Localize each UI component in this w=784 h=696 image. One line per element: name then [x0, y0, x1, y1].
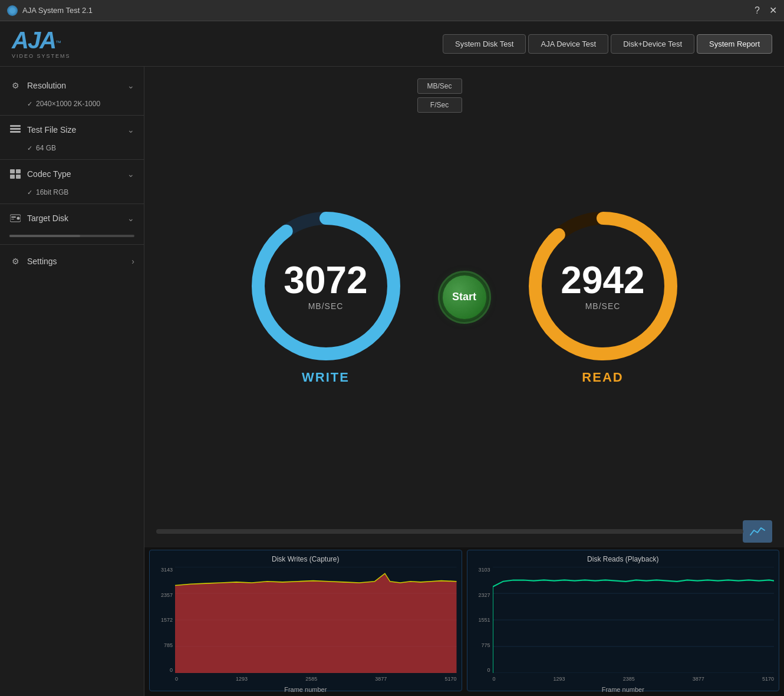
- start-button-inner[interactable]: Start: [443, 275, 486, 319]
- write-value: 3072: [284, 261, 367, 299]
- divider-4: [0, 244, 144, 245]
- read-chart-plot: [493, 567, 775, 673]
- svg-rect-0: [10, 125, 21, 127]
- aja-logo-text: AJA: [12, 27, 55, 53]
- start-button-text: Start: [452, 291, 476, 303]
- write-gauge-container: 3072 MB/SEC WRITE: [249, 209, 403, 385]
- sidebar-item-codectype[interactable]: Codec Type ⌄: [0, 162, 144, 186]
- targetdisk-label: Target Disk: [27, 214, 68, 223]
- svg-rect-5: [10, 175, 15, 179]
- start-button-outer[interactable]: Start: [438, 271, 491, 324]
- read-value: 2942: [561, 261, 644, 299]
- help-button[interactable]: ?: [755, 5, 760, 16]
- write-chart-container: Disk Writes (Capture) 3143 2357 1572 785…: [149, 550, 462, 691]
- title-bar-left: AJA System Test 2.1: [7, 5, 93, 16]
- resolution-icon: ⚙: [9, 80, 21, 91]
- start-button-container: Start: [438, 271, 491, 324]
- read-x-axis: 0 1293 2385 3877 5170: [493, 673, 775, 685]
- write-chart-plot: [175, 567, 457, 673]
- app-icon: [7, 5, 18, 16]
- codectype-sub: ✓ 16bit RGB: [0, 186, 144, 201]
- write-x-title: Frame number: [154, 686, 457, 693]
- write-y-axis: 3143 2357 1572 785 0: [154, 567, 175, 673]
- read-chart-svg-container: 3103 2327 1551 775 0: [472, 567, 775, 685]
- aja-logo-tm: ™: [55, 40, 61, 46]
- codectype-label: Codec Type: [27, 169, 71, 179]
- resolution-sub: ✓ 2040×1000 2K-1000: [0, 97, 144, 113]
- resolution-chevron: ⌄: [127, 81, 134, 90]
- resolution-label: Resolution: [27, 81, 66, 90]
- aja-logo-sub: VIDEO SYSTEMS: [12, 53, 71, 59]
- divider-1: [0, 115, 144, 116]
- nav-aja-device-test[interactable]: AJA Device Test: [528, 34, 608, 54]
- app-container: AJA™ VIDEO SYSTEMS System Disk Test AJA …: [0, 21, 784, 696]
- svg-rect-6: [16, 175, 21, 179]
- sidebar-item-targetdisk[interactable]: Target Disk ⌄: [0, 206, 144, 230]
- sidebar-item-settings[interactable]: ⚙ Settings ›: [0, 249, 144, 273]
- settings-label: Settings: [27, 257, 57, 266]
- content-area: ⚙ Resolution ⌄ ✓ 2040×1000 2K-1000: [0, 67, 784, 696]
- fsec-button[interactable]: F/Sec: [417, 97, 462, 113]
- svg-rect-3: [10, 169, 15, 173]
- write-unit: MB/SEC: [284, 301, 367, 311]
- nav-system-report[interactable]: System Report: [697, 34, 772, 54]
- write-gauge-inner: 3072 MB/SEC: [284, 261, 367, 311]
- settings-chevron: ›: [131, 257, 134, 266]
- read-gauge-inner: 2942 MB/SEC: [561, 261, 644, 311]
- svg-marker-20: [175, 573, 457, 673]
- chart-scroll-bar[interactable]: [156, 529, 743, 534]
- settings-icon: ⚙: [9, 255, 21, 267]
- read-gauge: 2942 MB/SEC: [526, 209, 680, 363]
- read-x-title: Frame number: [472, 686, 775, 693]
- svg-rect-1: [10, 128, 21, 130]
- app-header: AJA™ VIDEO SYSTEMS System Disk Test AJA …: [0, 21, 784, 67]
- svg-rect-10: [11, 219, 14, 219]
- write-label: WRITE: [302, 370, 350, 385]
- write-gauge: 3072 MB/SEC: [249, 209, 403, 363]
- nav-system-disk-test[interactable]: System Disk Test: [443, 34, 526, 54]
- divider-3: [0, 203, 144, 204]
- testfilesize-sub: ✓ 64 GB: [0, 142, 144, 157]
- charts-area: Disk Writes (Capture) 3143 2357 1572 785…: [144, 547, 784, 696]
- testfilesize-label: Test File Size: [27, 125, 76, 134]
- read-label: READ: [582, 370, 623, 385]
- title-bar: AJA System Test 2.1 ? ✕: [0, 0, 784, 21]
- codectype-chevron: ⌄: [127, 169, 134, 179]
- aja-logo: AJA™ VIDEO SYSTEMS: [12, 28, 71, 59]
- gauges-row: 3072 MB/SEC WRITE Start: [249, 209, 680, 385]
- divider-2: [0, 159, 144, 160]
- nav-buttons: System Disk Test AJA Device Test Disk+De…: [443, 34, 772, 54]
- sidebar-item-testfilesize[interactable]: Test File Size ⌄: [0, 118, 144, 142]
- write-chart-svg-container: 3143 2357 1572 785 0: [154, 567, 457, 685]
- svg-point-8: [17, 217, 20, 220]
- write-chart-title: Disk Writes (Capture): [154, 555, 457, 563]
- gauges-area: MB/Sec F/Sec 3072 MB/SEC: [144, 67, 784, 516]
- svg-rect-4: [16, 169, 21, 173]
- targetdisk-icon: [9, 212, 21, 224]
- read-chart-title: Disk Reads (Playback): [472, 555, 775, 563]
- read-gauge-container: 2942 MB/SEC READ: [526, 209, 680, 385]
- codectype-icon: [9, 168, 21, 180]
- svg-rect-2: [10, 131, 21, 133]
- title-bar-controls: ? ✕: [755, 5, 777, 16]
- read-chart-container: Disk Reads (Playback) 3103 2327 1551 775…: [467, 550, 780, 691]
- read-unit: MB/SEC: [561, 301, 644, 311]
- main-content: MB/Sec F/Sec 3072 MB/SEC: [144, 67, 784, 696]
- title-bar-text: AJA System Test 2.1: [22, 6, 93, 15]
- close-button[interactable]: ✕: [769, 5, 777, 16]
- testfilesize-icon: [9, 124, 21, 136]
- sidebar-item-resolution[interactable]: ⚙ Resolution ⌄: [0, 74, 144, 97]
- testfilesize-chevron: ⌄: [127, 125, 134, 134]
- targetdisk-chevron: ⌄: [127, 214, 134, 223]
- chart-toggle-area: [144, 516, 784, 547]
- svg-rect-9: [11, 216, 16, 218]
- write-x-axis: 0 1293 2585 3877 5170: [175, 673, 457, 685]
- read-y-axis: 3103 2327 1551 775 0: [472, 567, 493, 673]
- mbsec-button[interactable]: MB/Sec: [417, 78, 462, 94]
- nav-disk-device-test[interactable]: Disk+Device Test: [611, 34, 694, 54]
- unit-buttons: MB/Sec F/Sec: [417, 78, 462, 113]
- chart-toggle-button[interactable]: [743, 520, 772, 543]
- sidebar: ⚙ Resolution ⌄ ✓ 2040×1000 2K-1000: [0, 67, 144, 696]
- targetdisk-slider: [0, 230, 144, 242]
